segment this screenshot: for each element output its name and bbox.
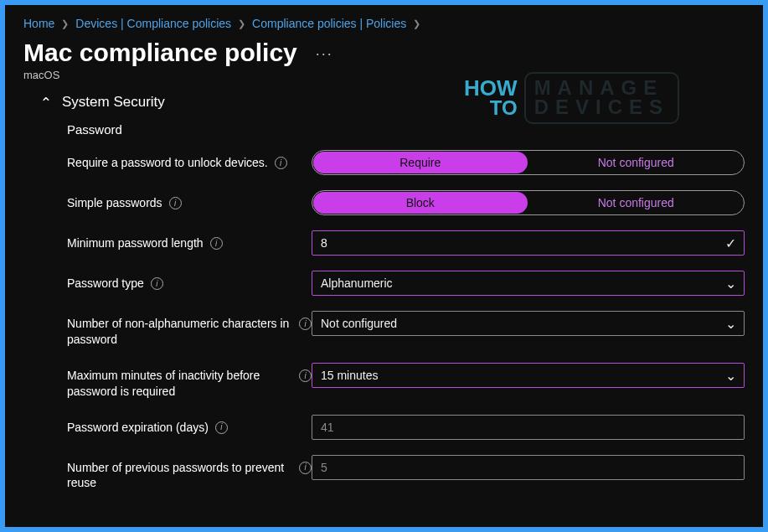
password-heading: Password bbox=[67, 122, 745, 137]
info-icon[interactable]: i bbox=[299, 318, 312, 330]
info-icon[interactable]: i bbox=[151, 277, 163, 290]
label-non-alpha: Number of non-alphanumeric characters in… bbox=[67, 316, 292, 348]
select-inactivity[interactable]: 15 minutes bbox=[312, 363, 745, 388]
section-system-security[interactable]: ⌄ System Security bbox=[40, 93, 745, 111]
chevron-right-icon: ❯ bbox=[413, 18, 420, 29]
toggle-option-require[interactable]: Require bbox=[313, 152, 528, 173]
label-expiration: Password expiration (days) bbox=[67, 420, 209, 436]
chevron-right-icon: ❯ bbox=[238, 18, 245, 29]
toggle-option-not-configured[interactable]: Not configured bbox=[529, 152, 744, 173]
toggle-simple-passwords[interactable]: Block Not configured bbox=[312, 190, 745, 215]
toggle-require-password[interactable]: Require Not configured bbox=[312, 150, 745, 175]
label-require-password: Require a password to unlock devices. bbox=[67, 155, 268, 171]
label-simple-passwords: Simple passwords bbox=[67, 195, 162, 211]
breadcrumb-policies[interactable]: Compliance policies | Policies bbox=[252, 17, 406, 30]
label-prevent-reuse: Number of previous passwords to prevent … bbox=[67, 460, 292, 492]
chevron-up-icon: ⌄ bbox=[40, 93, 52, 111]
label-password-type: Password type bbox=[67, 276, 144, 292]
chevron-right-icon: ❯ bbox=[61, 18, 69, 29]
select-non-alpha[interactable]: Not configured bbox=[312, 311, 745, 336]
info-icon[interactable]: i bbox=[299, 462, 312, 474]
info-icon[interactable]: i bbox=[169, 197, 182, 209]
input-expiration[interactable] bbox=[312, 415, 745, 440]
info-icon[interactable]: i bbox=[299, 369, 312, 382]
breadcrumb-home[interactable]: Home bbox=[23, 17, 54, 30]
toggle-option-block[interactable]: Block bbox=[313, 192, 528, 214]
input-prevent-reuse[interactable] bbox=[312, 455, 745, 480]
select-password-type[interactable]: Alphanumeric bbox=[312, 271, 745, 296]
toggle-option-not-configured[interactable]: Not configured bbox=[529, 192, 744, 214]
page-title: Mac compliance policy bbox=[23, 39, 297, 67]
breadcrumb: Home ❯ Devices | Compliance policies ❯ C… bbox=[23, 17, 745, 30]
label-inactivity: Maximum minutes of inactivity before pas… bbox=[67, 368, 292, 400]
label-min-length: Minimum password length bbox=[67, 235, 204, 251]
platform-label: macOS bbox=[23, 69, 745, 81]
section-title: System Security bbox=[62, 94, 165, 111]
info-icon[interactable]: i bbox=[210, 237, 223, 250]
info-icon[interactable]: i bbox=[275, 157, 287, 169]
breadcrumb-devices[interactable]: Devices | Compliance policies bbox=[75, 17, 231, 30]
more-actions-button[interactable]: ··· bbox=[316, 45, 333, 63]
info-icon[interactable]: i bbox=[215, 421, 228, 434]
input-min-length[interactable] bbox=[312, 230, 745, 256]
